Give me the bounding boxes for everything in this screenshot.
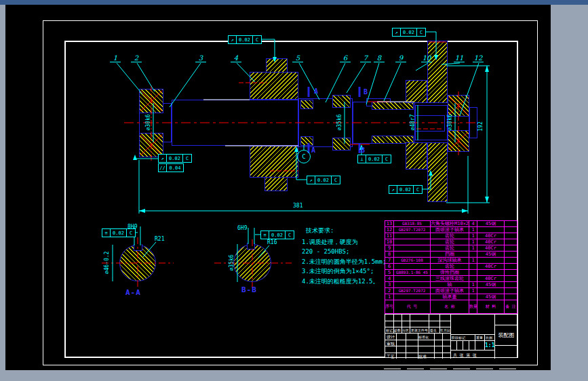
cell-code — [394, 282, 431, 287]
leader-arrow — [294, 146, 298, 152]
section-a-dia: ⌀46-0.2 — [104, 248, 110, 278]
cell-remark — [505, 252, 517, 257]
rev-label: 分区 — [402, 328, 409, 332]
cell-no: 2 — [385, 288, 394, 294]
cell-name: 轴 — [431, 282, 469, 287]
table-row: 12 GB297-T2072 圆锥滚子轴承 1 — [385, 227, 517, 233]
cell-name: 轴承盖 — [431, 294, 469, 300]
cell-remark — [505, 288, 517, 294]
part-callout-9: 9 — [395, 54, 406, 62]
cell-qty: 1 — [469, 258, 477, 263]
weight-label: 重量 — [476, 336, 483, 340]
table-row: 11 齿轮 1 40Cr — [385, 233, 517, 239]
callout-leader-2 — [137, 63, 155, 92]
part-callout-12: 12 — [473, 54, 484, 62]
cell-name: 三线滚珠齿轮 — [431, 276, 469, 281]
tolerance-frame-bottom-center: ↗0.02C — [307, 176, 340, 184]
cell-code — [394, 239, 431, 245]
part-callout-10: 10 — [421, 54, 432, 62]
radius-leader-b — [258, 245, 269, 258]
drawing-name: 装配图 — [494, 332, 518, 339]
runout-icon: ↗ — [159, 155, 167, 162]
rev-label: 签名 — [430, 328, 437, 332]
tolerance-frame-bottom-right: ↗0.02C — [389, 185, 423, 194]
cell-material — [477, 227, 505, 233]
cell-material: 45钢 — [477, 282, 505, 287]
datum-ref: C — [253, 36, 261, 43]
cell-name: 齿轮 — [431, 233, 469, 239]
cell-name: 齿轮 — [431, 239, 469, 245]
tolerance-frame-section-b: ≡0.02C — [260, 230, 294, 239]
stage-mark-label: 阶段标记 — [452, 336, 465, 340]
part-callout-2: 2 — [131, 54, 142, 62]
scale-label: 比例 — [486, 336, 492, 340]
leader-arrow — [434, 55, 438, 60]
cell-no: 9 — [385, 245, 394, 251]
cut-label-b-bottom: B — [361, 146, 365, 154]
cell-name: 弹性挡圈 — [431, 270, 469, 275]
cell-code: GB297-T2072 — [394, 288, 431, 294]
cell-code: GB276-108 — [394, 258, 431, 263]
cell-qty: 1 — [469, 239, 477, 245]
header-name: 名 称 — [431, 300, 469, 313]
datum-ref: C — [332, 176, 340, 184]
callout-leader-6 — [326, 63, 345, 102]
cell-material: 45钢 — [477, 294, 505, 300]
runout-icon: ↗ — [307, 176, 315, 184]
cell-remark — [505, 239, 517, 245]
dim-right-journal: ⌀30k6 — [447, 111, 453, 135]
cell-no: 1 — [385, 294, 394, 300]
cell-material: 40Cr — [477, 276, 505, 281]
cell-name: 齿轮 — [431, 264, 469, 269]
cell-material: 40Cr — [477, 239, 505, 245]
cell-name: 挡圈 — [431, 252, 469, 257]
role-check: 审核 — [387, 341, 395, 346]
cell-code — [394, 276, 431, 281]
cell-name: 圆锥滚子轴承 — [431, 288, 469, 294]
cell-material — [477, 258, 505, 263]
cell-material: 40Cr — [477, 264, 505, 269]
tolerance-value: 0.02 — [315, 176, 332, 184]
cell-qty — [469, 270, 477, 275]
radius-leader-a — [143, 242, 156, 257]
tolerance-frame-left-runout: ↗0.02C — [158, 154, 192, 163]
cell-material: 45钢 — [477, 252, 505, 257]
cell-no: 8 — [385, 252, 394, 257]
header-material: 材 料 — [477, 300, 505, 313]
table-row: 7 GB276-108 深沟球轴承 1 — [385, 258, 517, 264]
symmetry-icon: ≡ — [102, 229, 111, 237]
cell-qty — [469, 264, 477, 269]
tolerance-value: 0.02 — [237, 36, 253, 43]
rev-label: 更改文件号 — [411, 328, 428, 332]
datum-ref: C — [417, 28, 425, 36]
role-process: 工艺 — [387, 354, 395, 359]
cell-material: 40Cr — [477, 245, 505, 251]
section-a-radius: R21 — [155, 236, 164, 243]
callout-leader-7 — [347, 63, 366, 93]
callout-leader-9 — [384, 63, 401, 101]
callout-leader-1 — [117, 63, 142, 94]
part-callout-7: 7 — [360, 54, 371, 62]
cell-remark — [505, 276, 517, 281]
rev-label: 标记 — [386, 328, 393, 332]
header-code: 代 号 — [394, 300, 431, 313]
tolerance-value: 0.02 — [111, 229, 127, 237]
datum-ref: C — [286, 231, 294, 239]
part-callout-6: 6 — [340, 54, 351, 62]
section-b-dia: ⌀35k6 — [229, 248, 235, 278]
dim-left-journal: ⌀30k6 — [145, 111, 151, 135]
note-line: 3.未注明的倒角为1×45°; — [302, 267, 374, 276]
cell-qty: 1 — [469, 233, 477, 239]
cell-no: 10 — [385, 239, 394, 245]
cell-material — [477, 270, 505, 275]
table-row: 9 齿轮 1 40Cr — [385, 245, 517, 252]
part-callout-5: 5 — [292, 54, 303, 62]
app-window: 1 2 3 4 5 6 7 8 9 10 11 12 ↗0.02C ↗0.02C… — [0, 0, 588, 381]
cell-name: 六角头螺栓M10×25 — [431, 221, 469, 226]
cell-no: 12 — [385, 227, 394, 233]
callout-leader-12 — [460, 63, 479, 115]
sheet-pages: 共 张 第 张 — [453, 353, 477, 357]
cell-qty: 1 — [469, 227, 477, 233]
note-line: 4.未注明的粗糙度为12.5。 — [302, 277, 379, 286]
cell-remark — [505, 221, 517, 226]
